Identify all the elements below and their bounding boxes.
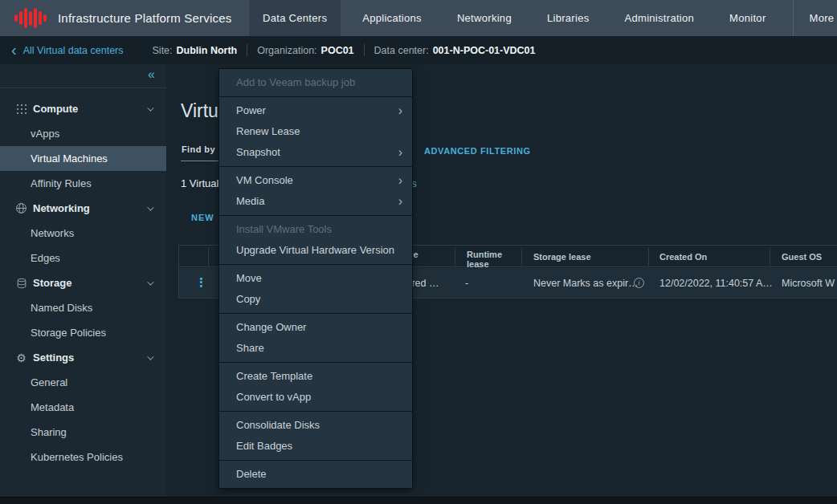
sidebar-item-sharing[interactable]: Sharing (0, 420, 166, 445)
sidebar: « Compute vApps Virtual Machines Affinit… (0, 64, 166, 497)
menu-item-power[interactable]: Power › (219, 100, 412, 121)
tab-data-centers[interactable]: Data Centers (249, 0, 341, 36)
sidebar-item-networks[interactable]: Networks (0, 221, 166, 246)
sidebar-item-named-disks[interactable]: Named Disks (0, 295, 166, 320)
menu-item-create-template[interactable]: Create Template (219, 366, 412, 387)
sidebar-section-networking[interactable]: Networking (0, 196, 166, 221)
sidebar-section-storage[interactable]: Storage (0, 270, 166, 295)
sidebar-item-storage-policies[interactable]: Storage Policies (0, 320, 166, 345)
tab-more-label: More (810, 12, 835, 24)
chevron-down-icon (147, 204, 153, 210)
info-icon[interactable]: i (634, 278, 644, 288)
sidebar-section-compute[interactable]: Compute (0, 96, 166, 121)
sidebar-section-label: Settings (33, 352, 74, 364)
cell-runtime-lease: - (465, 278, 468, 289)
sidebar-item-edges[interactable]: Edges (0, 246, 166, 270)
menu-item-delete[interactable]: Delete (219, 464, 412, 485)
submenu-chevron-icon: › (398, 100, 402, 121)
back-chevron-icon[interactable]: ‹ (11, 43, 17, 57)
primary-tabs: Data Centers Applications Networking Lib… (249, 0, 837, 36)
sidebar-item-vapps[interactable]: vApps (0, 121, 166, 146)
column-header-storage-lease[interactable]: Storage lease (533, 253, 591, 262)
menu-item-add-to-veeam-backup-job: Add to Veeam backup job (219, 72, 412, 93)
menu-item-copy[interactable]: Copy (219, 289, 412, 310)
compute-grid-icon (15, 103, 27, 115)
breadcrumb: ‹ All Virtual data centers Site: Dublin … (0, 36, 837, 64)
sidebar-item-virtual-machines[interactable]: Virtual Machines (0, 146, 166, 171)
row-kebab-menu-icon[interactable]: ⋮ (195, 275, 207, 290)
sidebar-item-affinity-rules[interactable]: Affinity Rules (0, 171, 166, 196)
menu-item-install-vmware-tools: Install VMware Tools (219, 219, 412, 240)
submenu-chevron-icon: › (398, 191, 402, 212)
sidebar-section-label: Networking (33, 202, 90, 214)
column-divider (455, 248, 455, 266)
menu-item-label: Power (236, 104, 266, 116)
site-value: Dublin North (177, 45, 238, 56)
menu-item-vm-console[interactable]: VM Console › (219, 170, 412, 191)
menu-item-change-owner[interactable]: Change Owner (219, 317, 412, 338)
sidebar-item-kubernetes-policies[interactable]: Kubernetes Policies (0, 445, 166, 469)
tab-more[interactable]: More (793, 0, 837, 36)
all-vdc-link[interactable]: All Virtual data centers (23, 45, 124, 56)
submenu-chevron-icon: › (398, 142, 402, 163)
menu-item-media[interactable]: Media › (219, 191, 412, 212)
menu-item-label: VM Console (236, 174, 293, 186)
tab-monitor[interactable]: Monitor (716, 0, 779, 36)
networking-globe-icon (15, 202, 27, 214)
submenu-chevron-icon: › (398, 170, 402, 191)
menu-item-upgrade-virtual-hardware-version[interactable]: Upgrade Virtual Hardware Version (219, 240, 412, 261)
vm-context-menu: Add to Veeam backup job Power › Renew Le… (218, 68, 413, 489)
menu-item-label: Media (236, 195, 264, 207)
menu-item-share[interactable]: Share (219, 338, 412, 359)
find-by-control[interactable]: Find by (182, 144, 215, 154)
tab-libraries[interactable]: Libraries (533, 0, 603, 36)
storage-disks-icon (15, 277, 27, 289)
tab-networking[interactable]: Networking (443, 0, 525, 36)
menu-item-renew-lease[interactable]: Renew Lease (219, 121, 412, 142)
cell-storage-lease: Never Marks as expir… (533, 278, 639, 289)
datacenter-label: Data center: (374, 45, 429, 56)
top-nav: Infrastructure Platform Services Data Ce… (0, 0, 837, 36)
tab-administration[interactable]: Administration (611, 0, 708, 36)
column-divider (648, 248, 649, 266)
sidebar-item-general[interactable]: General (0, 370, 166, 395)
column-divider (208, 248, 209, 266)
brand-title: Infrastructure Platform Services (58, 11, 231, 25)
chevron-down-icon (147, 353, 153, 360)
column-header-runtime-lease[interactable]: Runtime lease (467, 250, 513, 269)
chevron-down-icon (147, 278, 153, 285)
menu-item-edit-badges[interactable]: Edit Badges (219, 436, 412, 457)
org-label: Organization: (257, 45, 316, 56)
site-label: Site: (153, 45, 173, 56)
menu-item-consolidate-disks[interactable]: Consolidate Disks (219, 415, 412, 436)
new-vm-button[interactable]: NEW (191, 213, 214, 222)
sidebar-header: « (0, 64, 166, 88)
sidebar-section-label: Storage (33, 277, 71, 289)
breadcrumb-divider (247, 44, 247, 56)
column-divider (521, 248, 522, 266)
datacenter-value: 001-N-POC-01-VDC01 (433, 45, 536, 56)
brand-logo-icon (14, 7, 47, 30)
cell-guest-os: Microsoft W (782, 278, 835, 289)
column-divider (770, 248, 770, 266)
chevron-down-icon (147, 104, 153, 111)
sidebar-item-metadata[interactable]: Metadata (0, 395, 166, 420)
cell-created-on: 12/02/2022, 11:40:57 A… (659, 278, 773, 289)
menu-item-label: Snapshot (236, 146, 280, 158)
column-header-guest-os[interactable]: Guest OS (782, 253, 822, 262)
bottom-strip (0, 497, 837, 504)
menu-item-convert-to-vapp[interactable]: Convert to vApp (219, 387, 412, 408)
menu-item-snapshot[interactable]: Snapshot › (219, 142, 412, 163)
tab-applications[interactable]: Applications (349, 0, 435, 36)
breadcrumb-divider (364, 44, 365, 56)
gear-icon: ⚙ (15, 352, 27, 364)
column-header-created-on[interactable]: Created On (659, 253, 707, 262)
collapse-sidebar-icon[interactable]: « (148, 67, 155, 82)
menu-item-move[interactable]: Move (219, 268, 412, 289)
advanced-filtering-link[interactable]: ADVANCED FILTERING (424, 146, 531, 156)
sidebar-section-settings[interactable]: ⚙ Settings (0, 345, 166, 370)
org-value: POC01 (321, 45, 354, 56)
sidebar-section-label: Compute (33, 103, 78, 115)
